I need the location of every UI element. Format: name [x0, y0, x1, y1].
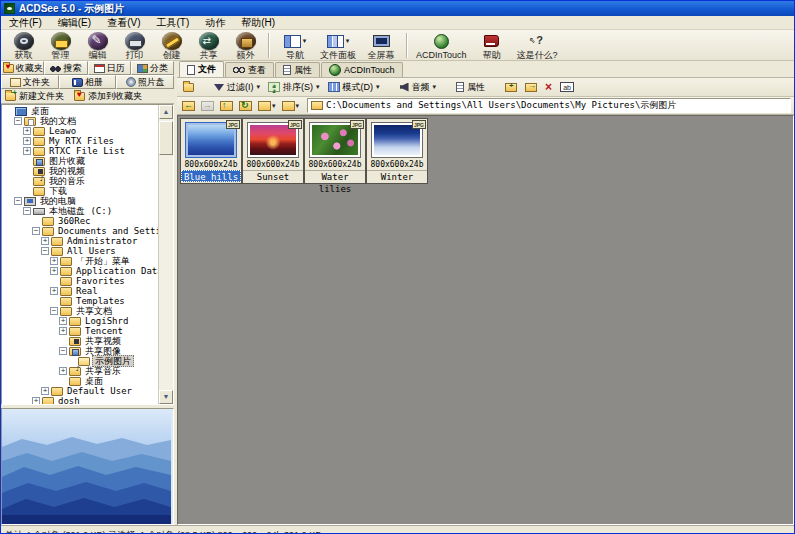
acdintouch-button[interactable]: ACDInTouch — [412, 31, 471, 60]
menu-item-1[interactable]: 编辑(E) — [50, 16, 99, 29]
print-button[interactable]: 打印 — [116, 31, 153, 60]
expand-icon[interactable]: + — [50, 287, 58, 295]
mode-button[interactable]: 模式(D)▾ — [325, 79, 383, 95]
tab-search[interactable]: 搜索 — [44, 61, 87, 75]
sort-button[interactable]: az排序(S)▾ — [265, 79, 323, 95]
acquire-button[interactable]: 获取 — [5, 31, 42, 60]
tree-item-28[interactable]: +Default User — [2, 386, 158, 396]
collapse-icon[interactable]: − — [14, 117, 22, 125]
tree-item-21[interactable]: +LogiShrd — [2, 316, 158, 326]
tree-item-27[interactable]: 桌面 — [2, 376, 158, 386]
expand-icon[interactable]: + — [59, 327, 67, 335]
file-item-water-lilies[interactable]: JPG800x600x24bWater lilies — [304, 118, 366, 184]
file-item-winter[interactable]: JPG800x600x24bWinter — [366, 118, 428, 184]
collapse-icon[interactable]: − — [59, 347, 67, 355]
manage-button[interactable]: 管理 — [42, 31, 79, 60]
tree-item-29[interactable]: +dosh — [2, 396, 158, 404]
tab-files[interactable]: 文件 — [179, 61, 224, 77]
filter-button[interactable]: 过滤(I)▾ — [211, 79, 263, 95]
tree-item-20[interactable]: −共享文档 — [2, 306, 158, 316]
tree-item-25[interactable]: 示例图片 — [2, 356, 158, 366]
tree-item-22[interactable]: +Tencent — [2, 326, 158, 336]
tree-item-19[interactable]: Templates — [2, 296, 158, 306]
tree-item-0[interactable]: 桌面 — [2, 106, 158, 116]
expand-icon[interactable]: + — [23, 147, 31, 155]
scroll-down-icon[interactable]: ▼ — [159, 390, 173, 404]
tree-item-7[interactable]: 我的音乐 — [2, 176, 158, 186]
up-button[interactable]: ↑ — [218, 100, 235, 112]
tab-photo-disc[interactable]: 照片盘 — [116, 75, 174, 89]
address-input[interactable] — [326, 100, 787, 112]
back-button[interactable]: ← — [180, 100, 197, 112]
file-item-blue-hills[interactable]: JPG800x600x24bBlue hills — [180, 118, 242, 184]
expand-icon[interactable]: + — [59, 367, 67, 375]
tab-favorites[interactable]: 收藏夹 — [1, 61, 44, 75]
create-button[interactable]: 创建 — [153, 31, 190, 60]
tree-item-1[interactable]: −我的文档 — [2, 116, 158, 126]
tab-categories[interactable]: 分类 — [131, 61, 174, 75]
expand-icon[interactable]: + — [50, 257, 58, 265]
menu-item-2[interactable]: 查看(V) — [99, 16, 148, 29]
tab-folders[interactable]: 文件夹 — [1, 75, 59, 89]
tree-scrollbar[interactable]: ▲ ▼ — [158, 105, 173, 404]
forward-button[interactable]: → — [199, 100, 216, 112]
expand-icon[interactable]: + — [32, 397, 40, 404]
collapse-icon[interactable]: − — [14, 197, 22, 205]
help-button[interactable]: 帮助 — [471, 31, 513, 60]
file-item-sunset[interactable]: JPG800x600x24bSunset — [242, 118, 304, 184]
add-to-favorites-button[interactable]: 添加到收藏夹 — [72, 90, 144, 103]
tree-item-13[interactable]: +Administrator — [2, 236, 158, 246]
refresh-button[interactable]: ↻ — [237, 100, 254, 112]
collapse-icon[interactable]: − — [50, 307, 58, 315]
expand-icon[interactable]: + — [50, 267, 58, 275]
tree-item-3[interactable]: +My RTX Files — [2, 136, 158, 146]
new-folder-button[interactable]: 新建文件夹 — [3, 90, 66, 103]
tab-albums[interactable]: 相册 — [59, 75, 117, 89]
open-folder-button[interactable] — [180, 79, 197, 95]
tree-item-17[interactable]: Favorites — [2, 276, 158, 286]
tree-item-10[interactable]: −本地磁盘 (C:) — [2, 206, 158, 216]
tree-item-6[interactable]: 我的视频 — [2, 166, 158, 176]
expand-icon[interactable]: + — [41, 387, 49, 395]
scroll-up-icon[interactable]: ▲ — [159, 105, 173, 119]
scrollbar-thumb[interactable] — [159, 121, 173, 155]
title-bar[interactable]: ACDSee 5.0 - 示例图片 — [1, 1, 794, 16]
tab-view[interactable]: 查看 — [225, 62, 274, 77]
navigate-button[interactable]: ▾导航 — [274, 31, 316, 60]
file-list-area[interactable]: JPG800x600x24bBlue hillsJPG800x600x24bSu… — [177, 115, 794, 525]
edit-button[interactable]: 编辑 — [79, 31, 116, 60]
audio-button[interactable]: 音频▾ — [397, 79, 440, 95]
scrollbar-track[interactable] — [159, 119, 173, 390]
delete-button[interactable]: × — [542, 79, 555, 95]
tree-item-9[interactable]: −我的电脑 — [2, 196, 158, 206]
expand-icon[interactable]: + — [23, 127, 31, 135]
tree-item-4[interactable]: +RTXC File List — [2, 146, 158, 156]
move-to-button[interactable] — [522, 79, 540, 95]
favorites-dropdown[interactable]: ▾ — [256, 100, 278, 112]
tree-item-5[interactable]: 图片收藏 — [2, 156, 158, 166]
expand-icon[interactable]: + — [59, 317, 67, 325]
expand-icon[interactable]: + — [41, 237, 49, 245]
tab-calendar[interactable]: 日历 — [88, 61, 131, 75]
file-panes-button[interactable]: ▾文件面板 — [316, 31, 360, 60]
tree-item-23[interactable]: 共享视频 — [2, 336, 158, 346]
tree-item-26[interactable]: +共享音乐 — [2, 366, 158, 376]
copy-to-button[interactable] — [502, 79, 520, 95]
tab-properties[interactable]: 属性 — [275, 62, 320, 77]
properties-button[interactable]: 属性 — [453, 79, 488, 95]
full-screen-button[interactable]: 全屏幕 — [360, 31, 402, 60]
collapse-icon[interactable]: − — [32, 227, 40, 235]
tree-item-18[interactable]: +Real — [2, 286, 158, 296]
tree-item-16[interactable]: +Application Data — [2, 266, 158, 276]
share-button[interactable]: 共享 — [190, 31, 227, 60]
tree-item-14[interactable]: −All Users — [2, 246, 158, 256]
collapse-icon[interactable]: − — [23, 207, 31, 215]
menu-item-4[interactable]: 动作 — [197, 16, 233, 29]
tab-acdintouch[interactable]: ACDInTouch — [321, 62, 403, 77]
tree-item-15[interactable]: +「开始」菜单 — [2, 256, 158, 266]
tree-item-11[interactable]: 360Rec — [2, 216, 158, 226]
tree-item-2[interactable]: +Leawo — [2, 126, 158, 136]
tree-item-12[interactable]: −Documents and Settings — [2, 226, 158, 236]
menu-item-5[interactable]: 帮助(H) — [233, 16, 283, 29]
expand-icon[interactable]: + — [23, 137, 31, 145]
